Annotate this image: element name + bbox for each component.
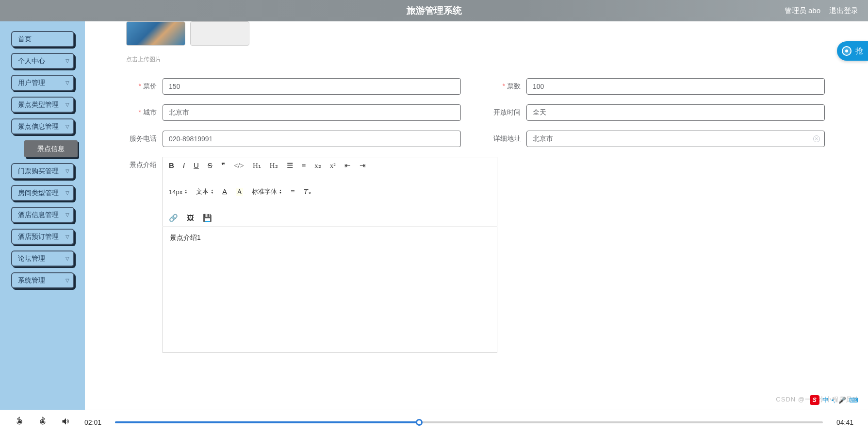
nav-sub-scenic-info[interactable]: 景点信息 — [24, 140, 78, 157]
rewind-10-icon[interactable]: 10 — [15, 417, 24, 428]
image-icon[interactable]: 🖼 — [187, 214, 194, 222]
intro-label: 景点介绍 — [126, 157, 163, 353]
editor-textarea[interactable]: 景点介绍1 — [163, 227, 497, 353]
ime-punct-icon[interactable]: •, — [832, 397, 835, 404]
addr-label: 详细地址 — [490, 134, 526, 143]
nav-forum[interactable]: 论坛管理▽ — [11, 250, 74, 267]
svg-text:10: 10 — [18, 420, 21, 423]
ime-mic-icon[interactable]: 🎤 — [838, 397, 846, 404]
chevron-down-icon: ▽ — [66, 58, 69, 64]
unordered-list-icon[interactable]: ≡ — [302, 162, 306, 170]
chevron-down-icon: ▽ — [66, 256, 69, 261]
chevron-down-icon: ▽ — [66, 190, 69, 196]
price-label: *票价 — [126, 82, 163, 91]
ordered-list-icon[interactable]: ☰ — [287, 161, 293, 170]
code-icon[interactable]: </> — [234, 162, 244, 170]
price-input[interactable] — [163, 78, 461, 95]
align-icon[interactable]: ≡ — [291, 188, 295, 196]
chevron-down-icon: ▽ — [66, 102, 69, 107]
chevron-down-icon: ▽ — [66, 168, 69, 174]
quote-icon[interactable]: ❞ — [221, 161, 225, 170]
link-icon[interactable]: 🔗 — [169, 214, 178, 222]
nav-scenic-info[interactable]: 景点信息管理▽ — [11, 118, 74, 134]
progress-track[interactable] — [115, 421, 823, 423]
clear-format-icon[interactable]: Tₓ — [303, 187, 311, 196]
h1-icon[interactable]: H₁ — [253, 161, 261, 170]
image-thumbnail[interactable] — [126, 21, 185, 46]
nav-hotel-info[interactable]: 酒店信息管理▽ — [11, 207, 74, 223]
chevron-down-icon: ▽ — [66, 212, 69, 217]
phone-label: 服务电话 — [126, 134, 163, 143]
ime-lang[interactable]: 中 — [822, 396, 829, 404]
outdent-icon[interactable]: ⇥ — [360, 161, 366, 170]
city-label: *城市 — [126, 108, 163, 117]
logout-link[interactable]: 退出登录 — [829, 6, 858, 16]
bold-icon[interactable]: B — [169, 161, 174, 170]
editor-toolbar: B I U S ❞ </> H₁ H₂ ☰ ≡ x₂ x² ⇤ ⇥ 14px▲▼ — [163, 157, 497, 227]
float-action-button[interactable]: 抢 — [837, 41, 868, 61]
forward-30-icon[interactable]: 30 — [38, 417, 48, 428]
nav-users[interactable]: 用户管理▽ — [11, 75, 74, 91]
nav-room-type[interactable]: 房间类型管理▽ — [11, 185, 74, 201]
h2-icon[interactable]: H₂ — [270, 161, 278, 170]
chevron-down-icon: ▽ — [66, 80, 69, 85]
main-content: 点击上传图片 *票价 *票数 *城市 开放时间 服务电话 — [85, 21, 868, 410]
chevron-down-icon: ▽ — [66, 278, 69, 283]
nav-hotel-book[interactable]: 酒店预订管理▽ — [11, 229, 74, 245]
open-input[interactable] — [526, 104, 825, 121]
nav-home[interactable]: 首页 — [11, 31, 74, 47]
svg-text:30: 30 — [42, 420, 45, 423]
app-title: 旅游管理系统 — [407, 4, 462, 17]
font-family-select[interactable]: 标准字体▲▼ — [252, 187, 282, 196]
superscript-icon[interactable]: x² — [330, 162, 336, 170]
ime-logo-icon[interactable]: S — [810, 395, 819, 405]
underline-icon[interactable]: U — [194, 161, 199, 170]
svg-point-1 — [845, 50, 848, 52]
volume-icon[interactable] — [61, 417, 71, 428]
header-right: 管理员 abo 退出登录 — [785, 6, 858, 16]
clear-icon[interactable]: ✕ — [813, 135, 820, 142]
video-player-bar: 10 30 02:01 04:41 — [0, 410, 868, 434]
font-size-select[interactable]: 14px▲▼ — [169, 188, 187, 196]
save-icon[interactable]: 💾 — [203, 214, 212, 222]
qty-label: *票数 — [490, 82, 526, 91]
text-color-icon[interactable]: A — [222, 187, 227, 196]
phone-input[interactable] — [163, 131, 461, 147]
strike-icon[interactable]: S — [208, 161, 213, 170]
user-label[interactable]: 管理员 abo — [785, 6, 820, 16]
total-time: 04:41 — [836, 418, 853, 426]
nav-system[interactable]: 系统管理▽ — [11, 272, 74, 288]
chevron-down-icon: ▽ — [66, 124, 69, 129]
app-header: 旅游管理系统 管理员 abo 退出登录 — [0, 0, 868, 21]
italic-icon[interactable]: I — [183, 161, 185, 170]
nav-profile[interactable]: 个人中心▽ — [11, 53, 74, 69]
current-time: 02:01 — [84, 418, 101, 426]
sidebar: 首页 个人中心▽ 用户管理▽ 景点类型管理▽ 景点信息管理▽ 景点信息 门票购买… — [0, 21, 85, 410]
addr-input[interactable] — [526, 131, 825, 147]
qty-input[interactable] — [526, 78, 825, 95]
nav-scenic-type[interactable]: 景点类型管理▽ — [11, 97, 74, 113]
upload-hint: 点击上传图片 — [126, 55, 868, 64]
city-input[interactable] — [163, 104, 461, 121]
open-label: 开放时间 — [490, 108, 526, 117]
text-format-select[interactable]: 文本▲▼ — [196, 187, 213, 196]
subscript-icon[interactable]: x₂ — [314, 161, 321, 170]
progress-thumb[interactable] — [416, 419, 423, 426]
bg-color-icon[interactable]: A — [236, 188, 243, 196]
ime-toolbar: S 中 •, 🎤 ⌨ — [810, 395, 858, 405]
chevron-down-icon: ▽ — [66, 234, 69, 239]
image-upload-slot[interactable] — [190, 21, 249, 46]
indent-icon[interactable]: ⇤ — [344, 161, 351, 170]
ime-keyboard-icon[interactable]: ⌨ — [849, 397, 858, 404]
nav-ticket[interactable]: 门票购买管理▽ — [11, 163, 74, 179]
